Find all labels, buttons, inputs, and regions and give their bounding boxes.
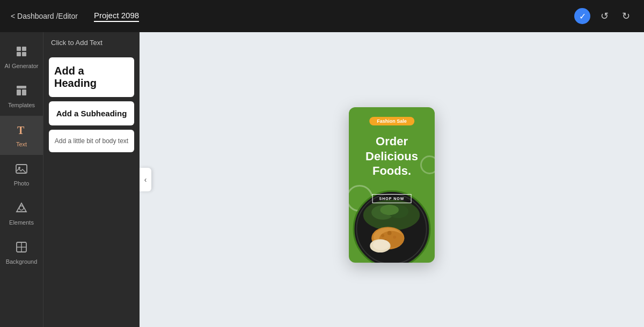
elements-icon	[15, 202, 28, 217]
design-card: Fashion Sale Order Delicious Foods. SHOP…	[349, 107, 435, 263]
collapse-panel-button[interactable]: ‹	[140, 168, 151, 191]
body-label: Add a little bit of body text	[55, 137, 128, 145]
card-title: Order Delicious Foods.	[349, 134, 435, 179]
sidebar-item-photo[interactable]: Photo	[0, 155, 43, 194]
canvas-area[interactable]: ‹ Fashion Sale Order Delicious Foods. SH…	[140, 32, 644, 327]
click-to-add-text[interactable]: Click to Add Text	[43, 32, 140, 53]
topbar-actions: ✓ ↺ ↻	[574, 8, 633, 24]
breadcrumb[interactable]: < Dashboard /Editor	[11, 12, 78, 20]
svg-point-24	[387, 231, 392, 235]
add-heading-option[interactable]: Add a Heading	[49, 57, 134, 97]
main-area: AI Generator Templates T Text	[0, 32, 644, 327]
sidebar-label-templates: Templates	[8, 102, 35, 108]
svg-rect-4	[17, 86, 26, 88]
check-icon: ✓	[579, 11, 586, 21]
redo-button[interactable]: ↻	[618, 9, 633, 24]
templates-icon	[15, 84, 28, 99]
card-shop-button[interactable]: SHOP NOW	[372, 194, 412, 203]
add-body-text-option[interactable]: Add a little bit of body text	[49, 130, 134, 152]
undo-button[interactable]: ↺	[597, 9, 612, 24]
topbar: < Dashboard /Editor Project 2098 ✓ ↺ ↻	[0, 0, 644, 32]
sidebar-label-background: Background	[6, 258, 38, 265]
collapse-icon: ‹	[144, 175, 147, 184]
svg-rect-3	[22, 52, 26, 56]
sidebar-label-ai: AI Generator	[5, 63, 39, 69]
svg-point-28	[373, 240, 390, 250]
ai-icon	[15, 45, 28, 60]
sidebar-item-ai-generator[interactable]: AI Generator	[0, 38, 43, 77]
subheading-label: Add a Subheading	[56, 109, 127, 118]
sidebar-item-elements[interactable]: Elements	[0, 194, 43, 233]
text-icon: T	[15, 123, 28, 138]
svg-rect-1	[22, 47, 26, 51]
svg-point-25	[393, 235, 396, 239]
sidebar-item-background[interactable]: Background	[0, 233, 43, 272]
save-check-button[interactable]: ✓	[574, 8, 590, 24]
sidebar-label-photo: Photo	[14, 180, 30, 187]
text-panel: Click to Add Text Add a Heading Add a Su…	[43, 32, 140, 327]
background-icon	[15, 241, 28, 256]
card-badge: Fashion Sale	[369, 117, 414, 125]
project-title[interactable]: Project 2098	[94, 11, 139, 22]
add-subheading-option[interactable]: Add a Subheading	[49, 101, 134, 125]
photo-icon	[15, 162, 28, 177]
heading-label: Add a Heading	[54, 65, 129, 90]
sidebar: AI Generator Templates T Text	[0, 32, 43, 327]
svg-text:T: T	[17, 124, 25, 136]
svg-rect-2	[17, 52, 21, 56]
svg-rect-0	[17, 47, 21, 51]
sidebar-item-templates[interactable]: Templates	[0, 77, 43, 116]
sidebar-label-text: Text	[16, 141, 27, 147]
svg-point-23	[381, 234, 384, 237]
sidebar-label-elements: Elements	[9, 219, 34, 226]
redo-icon: ↻	[622, 10, 630, 22]
svg-rect-6	[22, 90, 26, 95]
undo-icon: ↺	[601, 10, 609, 22]
sidebar-item-text[interactable]: T Text	[0, 116, 43, 155]
svg-point-11	[19, 206, 24, 210]
breadcrumb-text[interactable]: < Dashboard /Editor	[11, 12, 78, 20]
svg-point-19	[380, 205, 399, 215]
svg-rect-5	[17, 90, 21, 95]
